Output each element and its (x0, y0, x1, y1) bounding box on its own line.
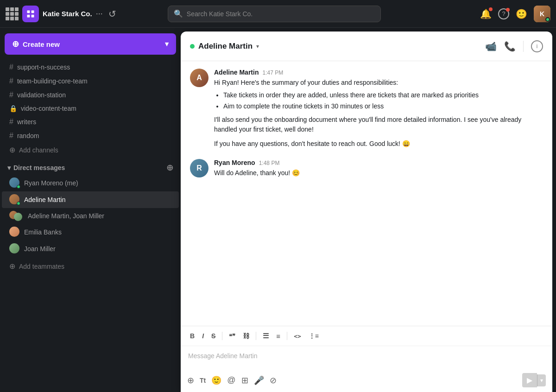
message-author: Adeline Martin (214, 69, 259, 76)
hash-icon: # (9, 118, 13, 126)
inline-code-button[interactable]: <> (291, 331, 304, 341)
send-area: ▶ ▾ (522, 373, 546, 387)
contact-online-dot (190, 44, 195, 49)
message-input[interactable] (188, 352, 545, 360)
message-text: Will do Adeline, thank you! 😊 (214, 168, 543, 178)
dm-emilia-banks[interactable]: Emilia Banks (2, 224, 179, 240)
message-ryan: R Ryan Moreno 1:48 PM Will do Adeline, t… (190, 159, 543, 181)
bold-button[interactable]: B (187, 330, 197, 341)
hash-icon: # (9, 77, 13, 85)
message-author: Ryan Moreno (214, 159, 255, 166)
input-action-bar: ⊕ Tt 🙂 @ ⊞ 🎤 ⊘ ▶ ▾ (181, 370, 552, 392)
add-dm-button[interactable]: ⊕ (166, 163, 173, 173)
dm-avatar-ryan (9, 177, 20, 189)
strikethrough-button[interactable]: S (208, 330, 218, 341)
video-call-icon[interactable]: 📹 (485, 41, 497, 52)
search-bar[interactable]: 🔍 (168, 6, 381, 22)
apps-grid-icon[interactable] (6, 7, 19, 20)
message-header: Adeline Martin 1:47 PM (214, 69, 543, 76)
message-content-adeline: Adeline Martin 1:47 PM Hi Ryan! Here's t… (214, 69, 543, 152)
info-icon[interactable]: i (531, 40, 543, 52)
avatar-ryan: R (190, 159, 208, 177)
sidebar-channel-validation[interactable]: # validation-station (2, 88, 179, 102)
header-divider (523, 41, 524, 52)
chat-panel: Adeline Martin ▾ 📹 📞 i A Adeline Martin … (181, 32, 552, 392)
unordered-list-button[interactable]: ☰ (260, 330, 272, 342)
message-time: 1:47 PM (262, 70, 283, 76)
create-new-label: Create new (23, 40, 60, 48)
sidebar: ⊕ Create new ▾ # support-n-success # tea… (0, 28, 181, 392)
message-content-ryan: Ryan Moreno 1:48 PM Will do Adeline, tha… (214, 159, 543, 181)
topbar: Katie Stark Co. ··· ↺ 🔍 🔔 ? 🙂 K (0, 0, 556, 28)
ordered-list-button[interactable]: ≡ (273, 330, 283, 342)
dm-adeline-martin[interactable]: Adeline Martin (2, 191, 179, 208)
sidebar-channel-writers[interactable]: # writers (2, 115, 179, 129)
chat-header-actions: 📹 📞 i (485, 40, 543, 52)
mention-button[interactable]: @ (227, 375, 235, 385)
hash-icon: # (9, 63, 13, 71)
attach-button[interactable]: ⊕ (187, 375, 194, 386)
giphy-button[interactable]: ⊞ (241, 375, 248, 386)
search-input[interactable] (187, 10, 375, 18)
create-new-chevron-icon: ▾ (165, 40, 169, 48)
text-format-button[interactable]: Tt (200, 377, 206, 384)
audio-button[interactable]: 🎤 (254, 375, 264, 386)
create-new-button[interactable]: ⊕ Create new ▾ (5, 33, 176, 55)
dm-avatar-group (9, 211, 22, 221)
message-adeline: A Adeline Martin 1:47 PM Hi Ryan! Here's… (190, 69, 543, 152)
svg-rect-0 (27, 10, 30, 13)
shortcuts-button[interactable]: ⊘ (270, 375, 277, 386)
avatar-adeline: A (190, 69, 208, 87)
dm-avatar-adeline (9, 194, 20, 205)
toolbar-divider (222, 332, 222, 340)
dm-adeline-joan[interactable]: Adeline Martin, Joan Miller (2, 208, 179, 224)
toolbar-divider (256, 332, 256, 340)
channels-section: # support-n-success # team-building-core… (0, 59, 181, 158)
dm-avatar-emilia (9, 227, 20, 238)
message-time: 1:48 PM (259, 160, 280, 166)
user-avatar[interactable]: K (534, 6, 550, 22)
sidebar-channel-video[interactable]: 🔒 video-content-team (2, 102, 179, 115)
online-dot (17, 185, 20, 189)
hash-icon: # (9, 91, 13, 99)
svg-rect-2 (27, 14, 30, 17)
user-online-indicator (545, 17, 550, 22)
send-button[interactable]: ▶ (522, 373, 537, 387)
code-block-button[interactable]: ⋮≡ (306, 330, 322, 341)
add-circle-icon: ⊕ (9, 262, 15, 271)
add-channels-button[interactable]: ⊕ Add channels (2, 143, 179, 157)
add-teammates-button[interactable]: ⊕ Add teammates (2, 259, 179, 273)
chat-header: Adeline Martin ▾ 📹 📞 i (181, 32, 552, 61)
link-button[interactable]: ⛓ (240, 330, 252, 341)
notifications-button[interactable]: 🔔 (480, 8, 492, 19)
sidebar-channel-random[interactable]: # random (2, 129, 179, 143)
help-button[interactable]: ? (498, 8, 509, 19)
hash-icon: # (9, 132, 13, 140)
workspace-options[interactable]: ··· (96, 9, 103, 19)
quote-button[interactable]: ❝❞ (226, 331, 238, 341)
dm-joan-miller[interactable]: Joan Miller (2, 240, 179, 257)
send-options-button[interactable]: ▾ (537, 374, 546, 386)
sidebar-channel-team-building[interactable]: # team-building-core-team (2, 74, 179, 88)
contact-chevron-icon[interactable]: ▾ (256, 43, 259, 50)
phone-call-icon[interactable]: 📞 (504, 41, 516, 52)
emoji-button[interactable]: 🙂 (211, 375, 221, 386)
dm-section-label: Direct messages (13, 164, 65, 171)
italic-button[interactable]: I (199, 330, 207, 341)
online-dot (17, 202, 20, 205)
workspace-logo[interactable] (22, 6, 39, 22)
sidebar-channel-support-n-success[interactable]: # support-n-success (2, 60, 179, 74)
chat-messages: A Adeline Martin 1:47 PM Hi Ryan! Here's… (181, 61, 552, 326)
emoji-button[interactable]: 🙂 (516, 8, 527, 19)
create-new-plus-icon: ⊕ (12, 39, 19, 49)
message-header: Ryan Moreno 1:48 PM (214, 159, 543, 166)
dm-collapse-chevron: ▾ (7, 164, 11, 171)
chat-contact-name-area: Adeline Martin ▾ (190, 42, 485, 51)
dm-section-header[interactable]: ▾ Direct messages ⊕ (0, 158, 181, 175)
history-icon[interactable]: ↺ (108, 8, 116, 19)
message-text: Hi Ryan! Here's the summary of your duti… (214, 78, 543, 149)
add-circle-icon: ⊕ (9, 145, 15, 154)
workspace-name[interactable]: Katie Stark Co. (43, 10, 92, 18)
svg-rect-3 (32, 14, 34, 17)
dm-ryan-moreno[interactable]: Ryan Moreno (me) (2, 175, 179, 191)
